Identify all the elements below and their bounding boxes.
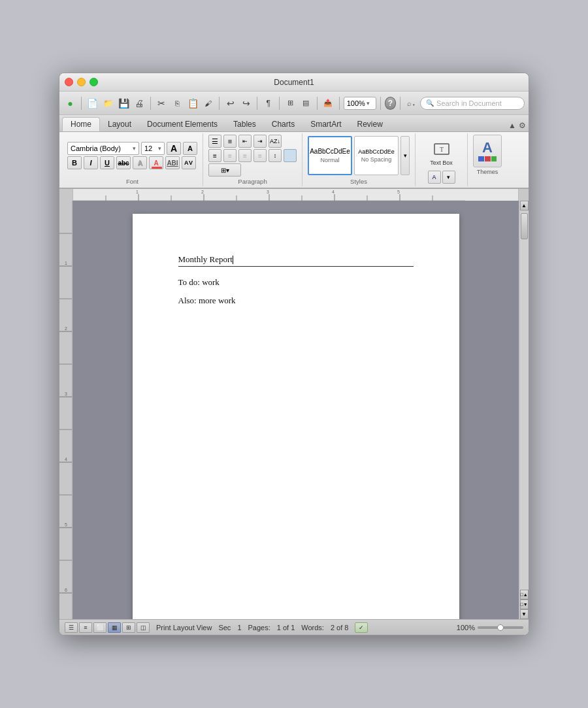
share-icon[interactable]: 📤 xyxy=(321,95,335,111)
view-grid-button[interactable]: ⊞ xyxy=(122,622,135,633)
help-button[interactable]: ? xyxy=(385,97,397,110)
document-line-1: To do: work xyxy=(178,277,414,288)
line-spacing-button[interactable]: ↕ xyxy=(269,149,282,162)
tab-charts[interactable]: Charts xyxy=(264,117,302,131)
document-area: 1 2 3 4 5 6 Monthly R xyxy=(59,201,529,619)
undo-icon[interactable]: ↩ xyxy=(223,95,237,111)
ribbon-collapse-icon[interactable]: ▲ xyxy=(508,121,516,130)
horizontal-ruler: 1 2 3 4 5 xyxy=(73,189,519,201)
insert-wordart-button[interactable]: A xyxy=(428,171,441,184)
underline-button[interactable]: U xyxy=(100,156,114,169)
search-bar[interactable]: 🔍 Search in Document xyxy=(420,97,525,110)
para-marks-icon[interactable]: ¶ xyxy=(261,95,275,111)
view-print-button[interactable]: ▦ xyxy=(108,622,121,633)
minimize-button[interactable] xyxy=(77,78,86,86)
ribbon-tabs: Home Layout Document Elements Tables Cha… xyxy=(59,115,529,132)
scroll-up-button[interactable]: ▲ xyxy=(520,201,529,211)
format-painter-icon[interactable]: 🖌 xyxy=(202,95,216,111)
font-family-selector[interactable]: Cambria (Body) ▾ xyxy=(67,142,139,155)
font-color-button[interactable]: ABI xyxy=(165,156,180,169)
page[interactable]: Monthly Report To do: work Also: more wo… xyxy=(133,214,459,619)
font-shrink-button[interactable]: A xyxy=(183,142,197,155)
help-icon: ? xyxy=(388,99,393,108)
ribbon-controls: ▲ ⚙ xyxy=(508,121,526,131)
char-spacing-button[interactable]: AV xyxy=(182,156,196,169)
view-outline-button[interactable]: ≡ xyxy=(79,622,92,633)
styles-scroll-button[interactable]: ▾ xyxy=(400,136,410,175)
font-grow-button[interactable]: A xyxy=(167,142,181,155)
spell-check-icon[interactable]: ✓ xyxy=(355,622,368,633)
bullets-button[interactable]: ☰ xyxy=(208,135,221,148)
tab-layout[interactable]: Layout xyxy=(100,117,139,131)
cut-icon[interactable]: ✂ xyxy=(155,95,169,111)
scroll-down-button[interactable]: ▼ xyxy=(520,609,529,619)
redo-icon[interactable]: ↪ xyxy=(239,95,253,111)
svg-text:2: 2 xyxy=(201,190,204,194)
themes-button[interactable]: A xyxy=(473,135,502,167)
shading-button[interactable] xyxy=(284,149,297,162)
svg-text:2: 2 xyxy=(65,326,67,331)
highlight-color-button[interactable]: A xyxy=(149,156,163,169)
scrollbar-track[interactable] xyxy=(520,211,529,590)
tab-document-elements[interactable]: Document Elements xyxy=(139,117,225,131)
indent-dec-button[interactable]: ⇤ xyxy=(238,135,252,148)
scroll-page-up-button[interactable]: □▲ xyxy=(520,590,529,599)
vertical-ruler-svg: 1 2 3 4 5 6 xyxy=(59,201,73,619)
style-no-spacing-label: No Spacing xyxy=(361,156,392,163)
document-title-line: Monthly Report xyxy=(178,253,414,267)
para-row-2: ≡ ≡ ≡ ≡ ↕ xyxy=(208,149,297,162)
borders-button[interactable]: ⊞▾ xyxy=(208,163,241,177)
text-box-button[interactable]: T Text Box xyxy=(429,137,454,169)
zoom-slider-thumb[interactable] xyxy=(497,624,504,631)
close-button[interactable] xyxy=(65,78,73,86)
zoom-selector[interactable]: 100% ▾ xyxy=(344,97,376,110)
new-doc-icon[interactable]: 📄 xyxy=(86,95,99,111)
view2-icon[interactable]: ▤ xyxy=(299,95,313,111)
style-normal[interactable]: AaBbCcDdEe Normal xyxy=(308,136,352,175)
zoom-percentage: 100% xyxy=(457,624,475,632)
paste-icon[interactable]: 📋 xyxy=(186,95,200,111)
doc-scroll-area[interactable]: Monthly Report To do: work Also: more wo… xyxy=(73,201,519,619)
insert-drop-cap-button[interactable]: ▾ xyxy=(442,171,455,184)
ribbon-options-icon[interactable]: ⚙ xyxy=(519,121,526,130)
scroll-page-down-button[interactable]: □▼ xyxy=(520,599,529,609)
view-page-button[interactable]: ⬜ xyxy=(93,622,106,633)
tab-smartart[interactable]: SmartArt xyxy=(302,117,349,131)
print-layout-label: Print Layout View xyxy=(156,624,212,632)
zoom-slider[interactable] xyxy=(478,626,523,629)
save-icon[interactable]: 💾 xyxy=(117,95,131,111)
align-left-button[interactable]: ≡ xyxy=(208,149,221,162)
view-normal-button[interactable]: ☰ xyxy=(65,622,78,633)
bold-button[interactable]: B xyxy=(67,156,82,169)
svg-text:T: T xyxy=(439,146,443,153)
svg-rect-4 xyxy=(491,156,497,161)
scrollbar-thumb[interactable] xyxy=(521,213,528,239)
pages-value: 1 of 1 xyxy=(277,624,295,632)
align-center-button[interactable]: ≡ xyxy=(223,149,237,162)
text-effects-button[interactable]: A xyxy=(133,156,147,169)
align-right-button[interactable]: ≡ xyxy=(238,149,252,162)
view-icon[interactable]: ⊞ xyxy=(284,95,297,111)
para-row-1: ☰ ≡ ⇤ ⇥ AZ↓ xyxy=(208,135,297,148)
style-no-spacing[interactable]: AaBbCcDdEe No Spacing xyxy=(354,136,399,175)
tab-tables[interactable]: Tables xyxy=(225,117,264,131)
strikethrough-button[interactable]: abc xyxy=(116,156,131,169)
sort-button[interactable]: AZ↓ xyxy=(269,135,282,148)
tab-review[interactable]: Review xyxy=(349,117,390,131)
maximize-button[interactable] xyxy=(90,78,98,86)
numbering-button[interactable]: ≡ xyxy=(223,135,237,148)
search-trigger-icon[interactable]: ⌕▾ xyxy=(404,95,418,111)
tab-home[interactable]: Home xyxy=(62,117,100,131)
home-icon[interactable]: ● xyxy=(63,95,77,111)
font-size-selector[interactable]: 12 ▾ xyxy=(141,142,165,155)
indent-inc-button[interactable]: ⇥ xyxy=(253,135,267,148)
ribbon-group-styles: AaBbCcDdEe Normal AaBbCcDdEe No Spacing … xyxy=(302,133,416,186)
scrollbar-vertical[interactable]: ▲ □▲ □▼ ▼ xyxy=(519,201,529,619)
print-icon[interactable]: 🖨 xyxy=(133,95,146,111)
italic-button[interactable]: I xyxy=(84,156,98,169)
justify-button[interactable]: ≡ xyxy=(253,149,267,162)
open-icon[interactable]: 📁 xyxy=(101,95,115,111)
ribbon-content: Cambria (Body) ▾ 12 ▾ A A B I U abc A xyxy=(59,132,529,189)
copy-icon[interactable]: ⎘ xyxy=(171,95,184,111)
view-web-button[interactable]: ◫ xyxy=(137,622,150,633)
